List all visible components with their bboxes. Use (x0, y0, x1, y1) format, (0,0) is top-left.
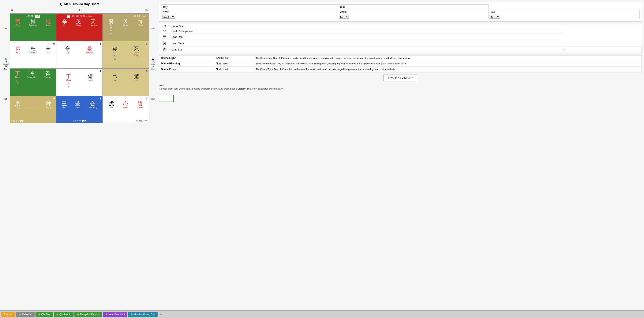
ne9-stem: 庚 Geng (15, 101, 20, 109)
n-star: 合 Harmony (88, 101, 97, 109)
s-badge: S (67, 15, 70, 18)
divine-light-row: Divine Light South East The Divine Light… (159, 55, 642, 61)
right-dir-labels: SW W 7金 Metal 兌 Dui NW (149, 7, 157, 121)
e5-extra: 辛 Xin (46, 46, 51, 54)
destiny-label: Fengshui Destiny (80, 313, 100, 316)
se-corner: SE (10, 7, 56, 13)
legend-row-gui: 癸 Lead Stem (159, 40, 642, 46)
ne-dir-label: NE (2, 98, 10, 100)
legend-desc-de: Death & Emptiness (170, 29, 562, 34)
ne9-chars: 庚 Geng 任 Ambassador 陳 Hook (12, 101, 55, 109)
cell-e5: 5 丙 Bing 杜 Delusion (10, 41, 56, 68)
n-stem: 王 Ren (62, 101, 67, 109)
nw7-chars: 戊 Wu 心 Heart 陰 Moon (104, 101, 148, 109)
w3-chars: 癸 Gui 乙 Yi 死 Death Envoy (104, 46, 148, 60)
de-badge-n: DE (82, 120, 86, 122)
legend-key-de: DE (159, 29, 170, 34)
w8-gate: 驚 Fear (134, 74, 139, 81)
day-value: 癸亥 (338, 5, 489, 10)
nw7-gate: 心 Heart (123, 101, 128, 109)
w8-stem: 己 Ji (112, 74, 118, 81)
destiny-lock-icon: 🔒 (77, 313, 79, 316)
legend-row-si: 死 Lead Door (159, 34, 642, 40)
cell-ne9: 9 庚 Geng 任 Ambassador (10, 96, 56, 123)
save-victory-button[interactable]: SAVE MY 3 VICTORY (384, 74, 418, 81)
tab-qm-month[interactable]: 🔒 QM Month (54, 312, 74, 317)
s-stem: 辛 Xin (62, 19, 67, 27)
ne9-star: 陳 Hook (46, 101, 51, 109)
note-section: note ^ please input your Divine light, b… (159, 83, 642, 90)
legend-desc-si: Lead Door (170, 34, 562, 40)
cell-center1: 1 辛 Xin 景 Scenery (56, 41, 102, 68)
qmday-label: QM Day (41, 313, 50, 316)
se-top-info: 4木 巽 HS (12, 14, 55, 18)
c1-chars: 辛 Xin 景 Scenery (58, 46, 101, 54)
legend-key-gui: 癸 (159, 40, 170, 46)
tab-year-fengshui[interactable]: 🔒 Year Fengshui (103, 312, 127, 317)
tab-fengshui-destiny[interactable]: 🔒 Fengshui Destiny (74, 312, 102, 317)
qmday-lock-icon: 🔒 (38, 313, 40, 316)
c1-gate: 景 Scenery (86, 46, 94, 54)
divine-blessing-desc: The Divine Blessing Day of 3 Victories c… (254, 61, 642, 66)
day-label: Day (162, 5, 338, 10)
divine-force-desc: The Divine Force Day of 3 Victories can … (254, 66, 642, 72)
se-star: 地 Earth (46, 19, 51, 27)
legend-table: HS Horse Star DE Death & Emptiness 死 Lea… (159, 24, 642, 53)
main-container: Qi Men Dun Jia Day Chart SE E 3木 Wood 震 … (0, 0, 644, 318)
s-chars: 辛 Xin 英 Hero 天 Heaven (58, 19, 101, 27)
monthly-label: Monthly Flying Star (134, 313, 156, 316)
legend-desc-hs: Horse Star (170, 24, 562, 29)
tab-qm-day[interactable]: 🔒 QM Day (36, 312, 53, 317)
note-label: note (159, 84, 164, 86)
divine-force-row: Divine Force North East The Divine Force… (159, 66, 642, 72)
divine-light-name: Divine Light (159, 55, 214, 61)
legend-row-de: DE Death & Emptiness (159, 29, 642, 34)
qmmonth-lock-icon: 🔒 (56, 313, 58, 316)
e-dir-label: E 3木 Wood 震 Zhen (2, 58, 10, 70)
divine-blessing-name: Divine Blessing (159, 61, 214, 66)
nw7-stem: 戊 Wu (109, 101, 114, 109)
cell-n: 2 王 Ren 蓬 Grass (56, 96, 102, 123)
w3-stem: 癸 Gui 乙 Yi (112, 46, 117, 60)
s-top-info: S 9火 離 Li Fire star (58, 14, 101, 18)
n-bottom-info: N 1水 坎 DE (58, 119, 101, 122)
hs-badge: HS (35, 15, 40, 18)
se-dir-label: SE (2, 27, 10, 30)
se-chars: 丙 Bing 輔 Assistant 地 Earth (12, 19, 55, 27)
daynum-label: Day (488, 10, 639, 14)
nw7-star: 陰 Moon (138, 101, 143, 109)
divine-force-name: Divine Force (159, 66, 214, 72)
e5-chars: 丙 Bing 杜 Delusion 辛 Xin (12, 46, 55, 54)
divine-blessing-row: Divine Blessing North West The Divine Bl… (159, 61, 642, 66)
sw-corner: SW (102, 7, 149, 13)
s-dir: S (56, 7, 102, 13)
eg-gate: 冲 Destructor (27, 71, 37, 78)
se-gate: 輔 Assistant (29, 19, 38, 27)
divine-light-dir: South East (214, 55, 254, 61)
cell-e-green: 丁 Ding 乙 Yi 冲 Destructor (10, 68, 56, 96)
legend-row-bing: 丙 Lead Star ○ (159, 46, 642, 53)
c4-chars: 丁 Ding 乙 Yi 傷 Harm (58, 74, 101, 88)
legend-key-bing: 丙 (159, 46, 170, 53)
divine-light-desc: The Divine Light Day of 3 Victories can … (254, 55, 642, 61)
sw-stem: 癸 Gui 乙 Yi 甲 (109, 19, 114, 36)
right-panel-inner: Day 癸亥 Year Month Day 2023 (159, 2, 642, 104)
w3-gate: 死 Death Envoy (134, 46, 140, 56)
month-select[interactable]: 12 (339, 15, 349, 18)
year-label: Year (162, 10, 338, 14)
month-label: Month (338, 10, 489, 14)
tab-calendar[interactable]: 🔒 Calendar (16, 312, 35, 317)
monthly-lock-icon: 🔒 (130, 313, 133, 316)
legend-row-hs: HS Horse Star (159, 24, 642, 29)
top-dir-row: SE S SW (10, 7, 149, 13)
w-dir-label: W 7金 Metal 兌 Dui (149, 58, 157, 70)
s-gate: 英 Hero (76, 19, 81, 27)
cell-sw: 坤 2土 Earth 癸 Gui 乙 Yi 甲 (103, 13, 149, 41)
year-select[interactable]: 2023 (162, 15, 175, 18)
right-panel: Day 癸亥 Year Month Day 2023 (159, 2, 642, 308)
day-select[interactable]: 31 (490, 15, 500, 18)
legend-key-hs: HS (159, 24, 170, 29)
add-tab-button[interactable]: + (158, 312, 164, 317)
tab-monthly-flying-star[interactable]: 🔒 Monthly Flying Star (128, 312, 158, 317)
tab-tongshu[interactable]: Tongshu (1, 312, 16, 317)
